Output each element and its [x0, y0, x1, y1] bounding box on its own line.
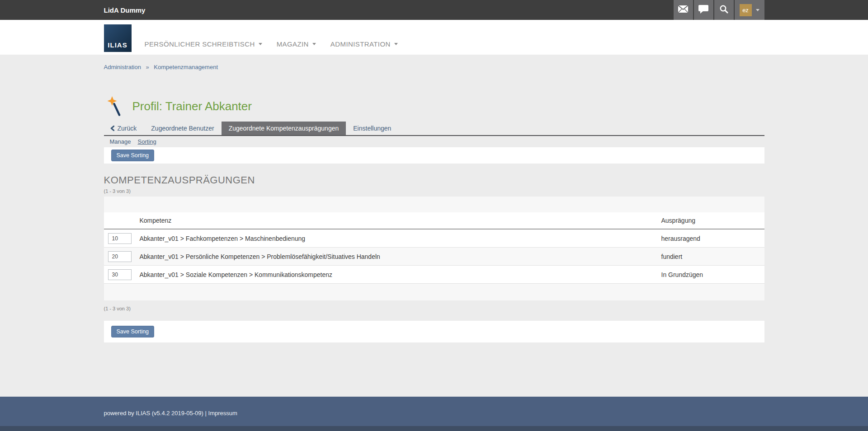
table-row: Abkanter_v01 > Soziale Kompetenzen > Kom…	[104, 266, 764, 284]
section-heading: KOMPETENZAUSPRÄGUNGEN	[104, 174, 764, 186]
footer-bottom-strip	[0, 426, 868, 431]
breadcrumb-kompetenzmanagement[interactable]: Kompetenzmanagement	[154, 64, 218, 70]
footer-separator: |	[205, 410, 207, 417]
tab-zugeordnete-kompetenzauspraegungen[interactable]: Zugeordnete Kompetenzausprägungen	[222, 122, 346, 135]
menu-magazin[interactable]: MAGAZIN	[277, 40, 316, 48]
menu-administration[interactable]: ADMINISTRATION	[330, 40, 398, 48]
save-sorting-button-bottom[interactable]: Save Sorting	[111, 326, 155, 337]
breadcrumb: Administration » Kompetenzmanagement	[104, 64, 764, 70]
order-input[interactable]	[108, 269, 132, 280]
column-header-kompetenz: Kompetenz	[140, 217, 661, 224]
chevron-down-icon	[312, 43, 316, 47]
kompetenz-cell: Abkanter_v01 > Persönliche Kompetenzen >…	[140, 253, 661, 260]
result-count-bottom: (1 - 3 von 3)	[104, 306, 764, 312]
breadcrumb-administration[interactable]: Administration	[104, 64, 141, 70]
table-top-band	[104, 197, 764, 212]
topbar-icon-strip: ez	[673, 0, 764, 20]
ilias-logo[interactable]: ILIAS	[104, 24, 132, 52]
chevron-left-icon	[110, 126, 114, 131]
main-navigation: ILIAS PERSÖNLICHER SCHREIBTISCH MAGAZIN …	[0, 20, 868, 55]
order-input[interactable]	[108, 251, 132, 262]
chevron-down-icon	[394, 43, 398, 47]
search-button[interactable]	[714, 0, 734, 20]
subtab-bar: Manage Sorting	[104, 136, 764, 147]
content-area: Administration » Kompetenzmanagement Pro…	[0, 55, 868, 397]
chevron-down-icon	[259, 43, 262, 47]
save-sorting-button-top[interactable]: Save Sorting	[111, 150, 155, 161]
mail-icon	[678, 5, 688, 14]
page-title: Profil: Trainer Abkanter	[132, 99, 252, 113]
table-row: Abkanter_v01 > Fachkompetenzen > Maschin…	[104, 230, 764, 248]
user-menu[interactable]: ez	[735, 0, 764, 20]
magic-wand-icon	[107, 96, 122, 117]
topbar: LidA Dummy	[0, 0, 868, 20]
column-header-auspraegung: Ausprägung	[661, 217, 764, 224]
tab-bar: Zurück Zugeordnete Benutzer Zugeordnete …	[104, 122, 764, 136]
chevron-down-icon	[756, 9, 760, 13]
subtab-manage[interactable]: Manage	[110, 138, 131, 145]
auspraegung-cell: In Grundzügen	[661, 271, 764, 278]
tab-zugeordnete-benutzer[interactable]: Zugeordnete Benutzer	[144, 122, 221, 135]
auspraegung-cell: herausragend	[661, 235, 764, 242]
table-bottom-band	[104, 284, 764, 300]
kompetenz-cell: Abkanter_v01 > Fachkompetenzen > Maschin…	[140, 235, 661, 242]
mail-button[interactable]	[674, 0, 693, 20]
main-menu: PERSÖNLICHER SCHREIBTISCH MAGAZIN ADMINI…	[145, 40, 398, 55]
kompetenz-cell: Abkanter_v01 > Soziale Kompetenzen > Kom…	[140, 271, 661, 278]
order-input[interactable]	[108, 233, 132, 244]
chat-icon	[698, 5, 708, 15]
footer-text: powered by ILIAS (v5.4.2 2019-05-09)	[104, 410, 203, 417]
tab-back[interactable]: Zurück	[104, 122, 144, 135]
app-title: LidA Dummy	[104, 6, 146, 14]
table-row: Abkanter_v01 > Persönliche Kompetenzen >…	[104, 248, 764, 266]
menu-personal-desktop[interactable]: PERSÖNLICHER SCHREIBTISCH	[145, 40, 262, 48]
result-count-top: (1 - 3 von 3)	[104, 188, 764, 194]
impressum-link[interactable]: Impressum	[208, 410, 237, 417]
page-header: Profil: Trainer Abkanter	[104, 96, 764, 116]
avatar: ez	[740, 4, 752, 16]
toolbar-top: Save Sorting	[104, 147, 764, 164]
breadcrumb-separator: »	[146, 64, 149, 70]
subtab-sorting[interactable]: Sorting	[137, 138, 156, 145]
search-icon	[719, 5, 728, 15]
kompetenz-table: Kompetenz Ausprägung Abkanter_v01 > Fach…	[104, 197, 764, 300]
footer: powered by ILIAS (v5.4.2 2019-05-09) | I…	[0, 397, 868, 426]
table-header-row: Kompetenz Ausprägung	[104, 212, 764, 230]
tab-einstellungen[interactable]: Einstellungen	[346, 122, 398, 135]
toolbar-bottom: Save Sorting	[104, 321, 764, 342]
chat-button[interactable]	[694, 0, 713, 20]
auspraegung-cell: fundiert	[661, 253, 764, 260]
